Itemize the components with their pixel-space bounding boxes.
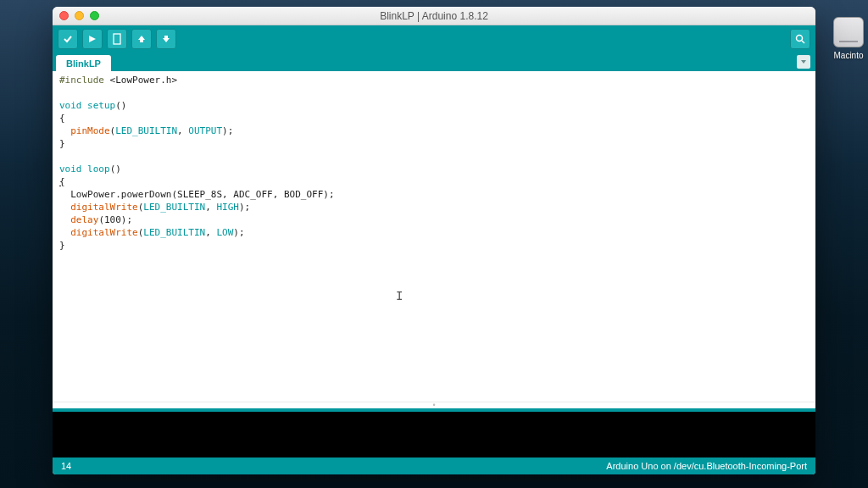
- code-token: (): [115, 100, 126, 111]
- status-board-port: Arduino Uno on /dev/cu.Bluetooth-Incomin…: [606, 461, 807, 471]
- verify-button[interactable]: [58, 29, 78, 49]
- code-token: [59, 189, 70, 200]
- serial-monitor-button[interactable]: [790, 29, 810, 49]
- svg-rect-1: [114, 34, 120, 44]
- code-token: LED_BUILTIN: [143, 202, 205, 213]
- desktop-drive[interactable]: Macinto: [829, 17, 868, 60]
- text-cursor-icon: I: [396, 290, 403, 302]
- code-token: (): [110, 164, 121, 175]
- code-token: [59, 125, 70, 136]
- code-token: void: [59, 100, 82, 111]
- code-token: OUTPUT: [188, 125, 222, 136]
- code-editor[interactable]: #include <LowPower.h> void setup() { pin…: [53, 71, 815, 402]
- window-controls: [59, 11, 99, 20]
- window-titlebar[interactable]: BlinkLP | Arduino 1.8.12: [53, 7, 815, 25]
- code-token: );: [233, 227, 244, 238]
- code-token: digitalWrite: [70, 227, 137, 238]
- close-icon[interactable]: [59, 11, 69, 20]
- minimize-icon[interactable]: [75, 11, 84, 20]
- svg-marker-2: [138, 36, 145, 40]
- drive-label: Macinto: [829, 51, 868, 60]
- code-token: LowPower.powerDown(SLEEP_8S, ADC_OFF, BO…: [70, 189, 334, 200]
- code-token: }: [59, 138, 65, 149]
- upload-button[interactable]: [82, 29, 103, 49]
- code-token: <LowPower.h>: [104, 75, 177, 86]
- svg-line-7: [802, 41, 804, 43]
- tab-blinklp[interactable]: BlinkLP: [56, 55, 111, 71]
- toolbar: [53, 25, 815, 53]
- code-token: digitalWrite: [70, 202, 137, 213]
- svg-rect-4: [164, 36, 168, 38]
- code-token: [59, 227, 70, 238]
- code-token: {: [59, 176, 65, 187]
- svg-point-6: [797, 36, 803, 42]
- code-token: {: [59, 113, 65, 124]
- code-token: );: [239, 202, 250, 213]
- code-token: pinMode: [70, 125, 109, 136]
- code-token: void: [59, 164, 82, 175]
- window-title: BlinkLP | Arduino 1.8.12: [53, 10, 815, 22]
- svg-marker-5: [163, 38, 170, 42]
- statusbar: 14 Arduino Uno on /dev/cu.Bluetooth-Inco…: [53, 458, 815, 474]
- code-token: setup: [82, 100, 116, 111]
- code-token: LOW: [216, 227, 233, 238]
- console[interactable]: [53, 412, 815, 458]
- svg-marker-8: [801, 60, 806, 64]
- split-handle[interactable]: •: [53, 402, 815, 408]
- code-token: HIGH: [216, 202, 239, 213]
- svg-rect-3: [140, 40, 143, 42]
- status-line-number: 14: [61, 461, 71, 471]
- sketch-tabbar: BlinkLP: [53, 53, 815, 71]
- code-token: LED_BUILTIN: [115, 125, 177, 136]
- save-sketch-button[interactable]: [156, 29, 176, 49]
- code-token: );: [222, 125, 233, 136]
- maximize-icon[interactable]: [90, 11, 99, 20]
- open-sketch-button[interactable]: [131, 29, 152, 49]
- code-token: #include: [59, 75, 104, 86]
- code-token: LED_BUILTIN: [143, 227, 205, 238]
- tab-menu-button[interactable]: [797, 55, 810, 69]
- code-token: ,: [205, 202, 216, 213]
- code-token: [59, 202, 70, 213]
- code-token: (100);: [98, 214, 132, 225]
- code-token: }: [59, 240, 65, 251]
- code-token: ,: [205, 227, 216, 238]
- code-token: [59, 214, 70, 225]
- code-token: ,: [177, 125, 188, 136]
- code-token: loop: [82, 164, 110, 175]
- arduino-ide-window: BlinkLP | Arduino 1.8.12 BlinkLP #includ…: [53, 7, 815, 474]
- hard-drive-icon: [833, 17, 864, 47]
- new-sketch-button[interactable]: [107, 29, 127, 49]
- code-token: delay: [70, 214, 98, 225]
- svg-marker-0: [89, 36, 96, 42]
